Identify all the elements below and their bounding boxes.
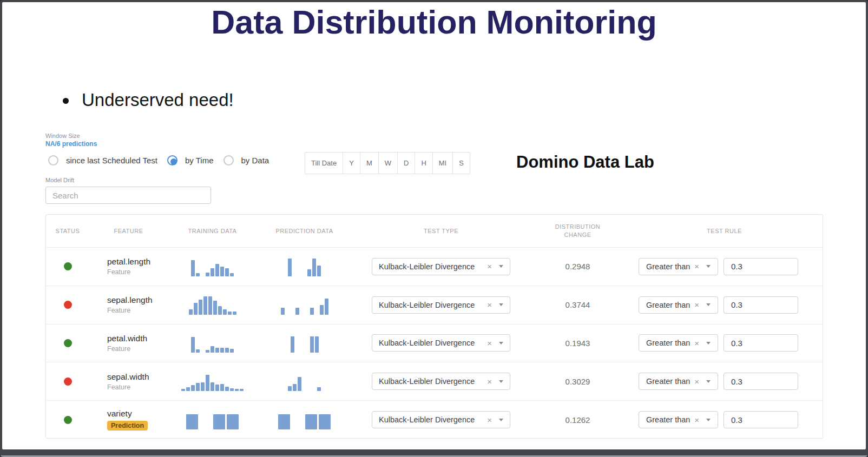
bullet-text: Underserved need! (82, 90, 234, 110)
clear-icon[interactable]: × (694, 262, 699, 270)
feature-cell: varietyPrediction (89, 401, 168, 439)
chevron-down-icon[interactable] (706, 265, 711, 268)
chevron-down-icon[interactable] (499, 380, 503, 383)
test-rule-threshold-input[interactable] (724, 373, 798, 390)
clear-icon[interactable]: × (487, 339, 492, 347)
date-range-button-d[interactable]: D (398, 153, 415, 174)
histogram-bar (291, 336, 294, 353)
status-dot (64, 416, 72, 424)
chevron-down-icon[interactable] (706, 303, 711, 306)
histogram-bar (295, 308, 299, 315)
training-histogram-cell (168, 248, 257, 286)
test-type-select[interactable]: Kulback-Leibler Divergence× (372, 296, 510, 314)
test-rule-threshold-input[interactable] (724, 258, 798, 275)
clear-icon[interactable]: × (694, 416, 699, 424)
chevron-down-icon[interactable] (499, 303, 503, 306)
histogram-bar (312, 259, 316, 276)
test-type-cell: Kulback-Leibler Divergence× (352, 362, 530, 400)
test-rule-operator-select[interactable]: Greater than× (639, 373, 718, 390)
date-range-button-s[interactable]: S (453, 153, 470, 174)
test-rule-operator-select[interactable]: Greater than× (639, 411, 718, 428)
histogram-bar (225, 348, 229, 353)
histogram-bar (194, 303, 198, 315)
prediction-badge: Prediction (107, 421, 148, 430)
distribution-change-cell: 0.3029 (530, 362, 625, 400)
histogram-bar (220, 384, 224, 391)
clear-icon[interactable]: × (487, 377, 492, 386)
histogram-bar (203, 296, 207, 315)
table-header-row: STATUSFEATURETRAINING DATAPREDICTION DAT… (46, 215, 823, 247)
date-range-button-y[interactable]: Y (343, 153, 360, 174)
test-rule-threshold-input[interactable] (724, 411, 798, 428)
histogram-bar (315, 336, 319, 353)
training-histogram-cell (168, 286, 257, 324)
test-type-select[interactable]: Kulback-Leibler Divergence× (372, 334, 510, 352)
histogram-bar (218, 306, 222, 315)
radio-since-last-scheduled-test[interactable]: since last Scheduled Test (48, 155, 157, 165)
column-header-status: STATUS (46, 227, 89, 235)
status-cell (46, 324, 89, 362)
prediction-histogram-cell (257, 248, 352, 286)
histogram-bar (288, 386, 292, 391)
clear-icon[interactable]: × (487, 301, 492, 309)
table-row: petal.lengthFeatureKulback-Leibler Diver… (46, 247, 823, 286)
histogram-bar (305, 414, 317, 429)
status-cell (46, 286, 89, 324)
test-type-select[interactable]: Kulback-Leibler Divergence× (372, 411, 510, 428)
distribution-change-value: 0.3744 (565, 300, 590, 309)
chevron-down-icon[interactable] (499, 342, 503, 345)
clear-icon[interactable]: × (694, 339, 699, 347)
training-histogram-cell (168, 401, 257, 439)
date-range-button-m[interactable]: M (360, 153, 379, 174)
column-header-prediction-data: PREDICTION DATA (257, 227, 352, 235)
chevron-down-icon[interactable] (706, 380, 711, 383)
slide: Data Distribution Monitoring Underserved… (2, 2, 866, 449)
test-type-select[interactable]: Kulback-Leibler Divergence× (372, 258, 510, 275)
test-rule-operator-select[interactable]: Greater than× (639, 258, 718, 275)
histogram-bar (320, 305, 324, 315)
radio-label: by Data (241, 156, 269, 165)
clear-icon[interactable]: × (487, 262, 492, 270)
histogram-bar (191, 337, 195, 353)
prediction-histogram (278, 410, 331, 429)
date-range-button-h[interactable]: H (415, 153, 432, 174)
test-type-value: Kulback-Leibler Divergence (379, 339, 475, 347)
test-type-select[interactable]: Kulback-Leibler Divergence× (372, 373, 510, 390)
clear-icon[interactable]: × (694, 301, 699, 309)
prediction-histogram (281, 295, 328, 315)
chevron-down-icon[interactable] (499, 265, 503, 268)
test-type-cell: Kulback-Leibler Divergence× (352, 401, 530, 439)
clear-icon[interactable]: × (694, 377, 699, 386)
histogram-bar (317, 266, 321, 276)
chevron-down-icon[interactable] (706, 342, 711, 345)
radio-by-data[interactable]: by Data (223, 155, 269, 165)
window-size-value[interactable]: NA/6 predictions (45, 140, 97, 148)
chevron-down-icon[interactable] (706, 419, 711, 421)
histogram-bar (228, 312, 232, 315)
test-rule-threshold-input[interactable] (724, 334, 798, 352)
date-range-button-w[interactable]: W (379, 153, 398, 174)
clear-icon[interactable]: × (487, 416, 492, 424)
radio-button-icon[interactable] (223, 155, 234, 165)
column-header-distribution-change: DISTRIBUTION CHANGE (530, 223, 625, 239)
feature-name: petal.width (107, 334, 147, 343)
radio-button-icon[interactable] (48, 155, 58, 165)
histogram-bar (211, 382, 214, 391)
chevron-down-icon[interactable] (499, 419, 503, 421)
test-rule-threshold-input[interactable] (724, 296, 798, 314)
distribution-change-value: 0.3029 (565, 377, 590, 386)
model-drift-label: Model Drift (45, 177, 74, 183)
distribution-change-cell: 0.3744 (530, 286, 625, 324)
feature-cell: sepal.widthFeature (89, 362, 168, 400)
radio-button-icon[interactable] (167, 155, 177, 165)
feature-cell: petal.lengthFeature (89, 248, 168, 286)
date-range-button-till-date[interactable]: Till Date (305, 153, 343, 174)
test-rule-cell: Greater than× (625, 248, 824, 286)
search-input[interactable] (45, 187, 211, 204)
histogram-bar (288, 259, 292, 276)
test-rule-operator-select[interactable]: Greater than× (639, 334, 718, 352)
radio-by-time[interactable]: by Time (167, 155, 214, 165)
date-range-button-mi[interactable]: MI (433, 153, 453, 174)
test-rule-operator-select[interactable]: Greater than× (639, 296, 718, 314)
table-row: sepal.widthFeatureKulback-Leibler Diverg… (46, 362, 823, 400)
